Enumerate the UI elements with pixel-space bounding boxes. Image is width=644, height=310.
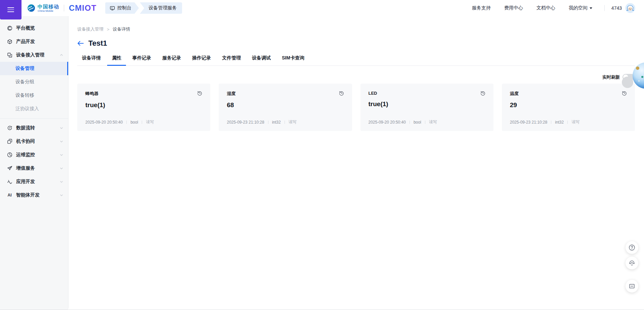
sidebar-item-label: 运维监控 bbox=[16, 152, 59, 158]
product-develop-icon bbox=[7, 39, 12, 45]
breadcrumb-separator: > bbox=[107, 27, 110, 32]
property-timestamp: 2025-09-20 20:50:40 bbox=[369, 120, 406, 125]
sidebar-item-platform-overview[interactable]: 平台概览 bbox=[0, 21, 68, 35]
property-card-humidity: 湿度 68 2025-09-23 21:10:28 int32 读 bbox=[219, 84, 352, 131]
properties-toolbar: 实时刷新 bbox=[77, 74, 635, 80]
property-card-led: LED true(1) 2025-09-20 20:50:40 bool bbox=[360, 84, 493, 131]
property-timestamp: 2025-09-20 20:50:40 bbox=[85, 120, 123, 125]
help-button[interactable] bbox=[626, 241, 638, 254]
customer-service-button[interactable] bbox=[626, 257, 638, 269]
sidebar-item-label: 增值服务 bbox=[16, 165, 59, 171]
tab-service-records[interactable]: 服务记录 bbox=[158, 55, 186, 65]
nav-divider bbox=[604, 5, 605, 11]
sidebar-item-device-access[interactable]: 设备接入管理 bbox=[0, 48, 68, 62]
chevron-down-icon bbox=[59, 180, 63, 184]
history-icon[interactable] bbox=[480, 91, 485, 96]
nav-item-my-space[interactable]: 我的空间 bbox=[569, 5, 592, 11]
realtime-refresh-label: 实时刷新 bbox=[602, 74, 620, 80]
property-value: 68 bbox=[227, 101, 344, 109]
assistant-icon bbox=[628, 259, 636, 267]
tab-file-management[interactable]: 文件管理 bbox=[217, 55, 246, 65]
property-name: 温度 bbox=[510, 91, 519, 97]
meta-divider bbox=[551, 121, 551, 124]
property-meta: 2025-09-20 20:50:40 bool 读写 bbox=[369, 119, 485, 125]
property-data-type: bool bbox=[130, 120, 138, 125]
meta-divider bbox=[410, 121, 410, 124]
sidebar-item-label: 机卡协同 bbox=[16, 138, 59, 144]
china-mobile-emblem-icon bbox=[27, 4, 36, 12]
device-access-submenu: 设备管理 设备分组 设备转移 泛协议接入 bbox=[0, 62, 68, 116]
property-access-mode: 读写 bbox=[429, 119, 437, 125]
sidebar-item-label: 应用开发 bbox=[16, 179, 59, 185]
sidebar-item-app-develop[interactable]: 应用开发 bbox=[0, 175, 68, 188]
breadcrumb: 设备接入管理 > 设备详情 bbox=[77, 26, 635, 32]
property-name: 蜂鸣器 bbox=[85, 91, 98, 97]
chevron-up-icon bbox=[59, 53, 63, 57]
my-space-label: 我的空间 bbox=[569, 5, 588, 11]
device-sim-icon bbox=[7, 139, 12, 144]
sidebar-item-label: 平台概览 bbox=[16, 25, 63, 31]
tab-sim-query[interactable]: SIM卡查询 bbox=[277, 55, 309, 65]
property-value: true(1) bbox=[369, 100, 485, 108]
history-icon[interactable] bbox=[622, 91, 627, 96]
meta-divider bbox=[268, 121, 268, 124]
sidebar-item-ai-develop[interactable]: AI 智能体开发 bbox=[0, 188, 68, 202]
history-icon[interactable] bbox=[339, 91, 344, 96]
sidebar: 平台概览 产品开发 设备接入管理 bbox=[0, 16, 69, 310]
page-title: Test1 bbox=[88, 39, 107, 48]
nav-item-service-support[interactable]: 服务支持 bbox=[472, 5, 491, 11]
history-icon[interactable] bbox=[197, 91, 202, 96]
breadcrumb-current: 设备详情 bbox=[113, 26, 130, 32]
ops-monitor-icon bbox=[7, 152, 12, 158]
property-timestamp: 2025-09-23 21:10:28 bbox=[227, 120, 264, 125]
platform-overview-icon bbox=[7, 26, 12, 31]
sidebar-item-device-group[interactable]: 设备分组 bbox=[0, 75, 68, 89]
sidebar-item-data-flow[interactable]: 数据流转 bbox=[0, 121, 68, 135]
property-name: LED bbox=[369, 91, 377, 96]
menu-icon bbox=[7, 7, 14, 8]
menu-icon bbox=[7, 9, 14, 10]
chevron-down-icon bbox=[59, 126, 63, 130]
tab-operation-records[interactable]: 操作记录 bbox=[187, 55, 216, 65]
feedback-button[interactable] bbox=[626, 280, 638, 293]
arrow-left-icon bbox=[77, 41, 84, 46]
property-card-temperature: 温度 29 2025-09-23 21:10:28 int32 读 bbox=[502, 84, 635, 131]
nav-item-billing-center[interactable]: 费用中心 bbox=[504, 5, 523, 11]
brand-area: 中国移动 China Mobile CMIOT bbox=[27, 3, 96, 13]
property-value: 29 bbox=[510, 101, 627, 109]
realtime-refresh-toggle[interactable] bbox=[622, 74, 635, 80]
ai-icon: AI bbox=[7, 192, 12, 198]
sidebar-item-product-develop[interactable]: 产品开发 bbox=[0, 35, 68, 48]
sidebar-item-ops-monitor[interactable]: 运维监控 bbox=[0, 148, 68, 162]
meta-divider bbox=[567, 121, 568, 124]
sidebar-item-pan-protocol[interactable]: 泛协议接入 bbox=[0, 102, 68, 116]
sidebar-item-label: 设备接入管理 bbox=[16, 52, 59, 58]
tab-device-detail[interactable]: 设备详情 bbox=[77, 55, 105, 65]
console-icon bbox=[110, 6, 115, 11]
sidebar-item-device-transfer[interactable]: 设备转移 bbox=[0, 89, 68, 102]
property-timestamp: 2025-09-23 21:10:28 bbox=[510, 120, 547, 125]
tab-device-debug[interactable]: 设备调试 bbox=[247, 55, 275, 65]
tab-properties[interactable]: 属性 bbox=[107, 55, 126, 65]
sidebar-item-device-management[interactable]: 设备管理 bbox=[0, 62, 68, 75]
mascot-avatar-icon bbox=[625, 3, 635, 13]
device-access-icon bbox=[7, 52, 12, 58]
property-access-mode: 读写 bbox=[289, 119, 297, 125]
tab-event-records[interactable]: 事件记录 bbox=[128, 55, 156, 65]
avatar[interactable] bbox=[625, 3, 635, 13]
sidebar-item-device-sim[interactable]: 机卡协同 bbox=[0, 135, 68, 148]
sidebar-item-value-service[interactable]: 增值服务 bbox=[0, 162, 68, 175]
brand-en-text: China Mobile bbox=[38, 10, 59, 12]
back-button[interactable] bbox=[77, 41, 84, 46]
console-tab[interactable]: 控制台 bbox=[105, 2, 139, 14]
top-nav: 服务支持 费用中心 文档中心 我的空间 4743 bbox=[459, 3, 635, 13]
nav-item-doc-center[interactable]: 文档中心 bbox=[536, 5, 555, 11]
meta-divider bbox=[126, 121, 127, 124]
breadcrumb-parent[interactable]: 设备接入管理 bbox=[77, 26, 103, 32]
help-icon bbox=[629, 244, 635, 251]
property-data-type: int32 bbox=[555, 120, 564, 125]
property-cards: 蜂鸣器 true(1) 2025-09-20 20:50:40 bool bbox=[77, 84, 635, 131]
service-tab[interactable]: 设备管理服务 bbox=[140, 2, 182, 14]
hamburger-menu-button[interactable] bbox=[0, 0, 22, 19]
chevron-down-icon bbox=[59, 193, 63, 197]
